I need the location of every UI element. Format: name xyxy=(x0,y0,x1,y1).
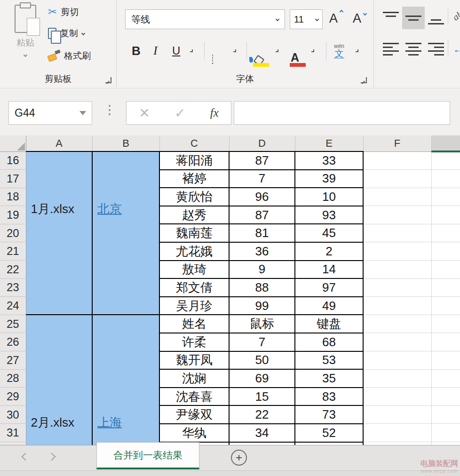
row-header-23[interactable]: 23 xyxy=(0,278,26,297)
cell-f30[interactable] xyxy=(363,405,431,424)
clipboard-dialog-launcher-icon[interactable] xyxy=(105,77,111,83)
align-left-button[interactable] xyxy=(380,38,402,60)
cell-c30[interactable]: 尹缘双 xyxy=(159,405,229,424)
cell-d18[interactable]: 96 xyxy=(229,188,295,206)
format-painter-button[interactable]: 格式刷 xyxy=(48,50,91,62)
row-header-31[interactable]: 31 xyxy=(0,424,26,442)
insert-function-icon[interactable]: fx xyxy=(210,106,219,119)
cell-g26[interactable] xyxy=(431,333,460,351)
cell-e22[interactable]: 14 xyxy=(295,261,363,279)
cancel-icon[interactable]: ✕ xyxy=(139,105,150,121)
decrease-font-button[interactable]: A xyxy=(353,11,361,26)
cell-f17[interactable] xyxy=(363,170,431,188)
cell-f28[interactable] xyxy=(363,369,431,388)
cell-d25[interactable]: 鼠标 xyxy=(229,315,295,333)
font-color-chevron-icon[interactable] xyxy=(311,49,314,52)
cell-c29[interactable]: 沈春喜 xyxy=(159,388,229,406)
cell-f25[interactable] xyxy=(363,315,431,333)
cell-g31[interactable] xyxy=(431,424,460,442)
row-header-21[interactable]: 21 xyxy=(0,242,26,261)
name-box-dropdown-icon[interactable] xyxy=(79,111,86,115)
bold-button[interactable]: B xyxy=(132,44,141,58)
column-header-a[interactable]: A xyxy=(26,135,92,151)
enter-icon[interactable]: ✓ xyxy=(174,105,185,121)
cell-f29[interactable] xyxy=(363,388,431,406)
column-header-c[interactable]: C xyxy=(159,135,229,151)
sheet-tab-active[interactable]: 合并到一表结果 xyxy=(96,442,199,469)
cut-button[interactable]: ✂ 剪切 xyxy=(48,6,79,18)
cell-g27[interactable] xyxy=(431,351,460,370)
cell-d21[interactable]: 36 xyxy=(229,242,295,261)
cell-e29[interactable]: 83 xyxy=(295,388,363,406)
cell-f21[interactable] xyxy=(363,242,431,261)
cell-e26[interactable]: 68 xyxy=(295,333,363,351)
cell-e21[interactable]: 2 xyxy=(295,242,363,261)
row-header-28[interactable]: 28 xyxy=(0,369,26,388)
cell-c24[interactable]: 吴月珍 xyxy=(159,297,229,315)
cell-f19[interactable] xyxy=(363,206,431,224)
row-header-24[interactable]: 24 xyxy=(0,297,26,315)
merged-city-cell[interactable]: 上海 xyxy=(92,315,159,445)
cell-g25[interactable] xyxy=(431,315,460,333)
cell-g29[interactable] xyxy=(431,388,460,406)
cell-c18[interactable]: 黄欣怡 xyxy=(159,188,229,206)
cell-e31[interactable]: 52 xyxy=(295,424,363,442)
cell-e24[interactable]: 49 xyxy=(295,297,363,315)
row-header-19[interactable]: 19 xyxy=(0,206,26,224)
cell-f31[interactable] xyxy=(363,424,431,442)
cell-d22[interactable]: 9 xyxy=(229,261,295,279)
cell-g20[interactable] xyxy=(431,224,460,242)
borders-icon[interactable] xyxy=(212,55,213,64)
row-header-25[interactable]: 25 xyxy=(0,315,26,333)
phonetic-guide-button[interactable]: wén 文 xyxy=(334,43,344,58)
cell-d19[interactable]: 87 xyxy=(229,206,295,224)
orientation-icon[interactable]: ab xyxy=(451,8,460,23)
fill-color-chevron-icon[interactable] xyxy=(276,49,278,52)
city-hyperlink[interactable]: 上海 xyxy=(97,414,122,431)
cell-d17[interactable]: 7 xyxy=(229,170,295,188)
font-size-combobox[interactable]: 11 xyxy=(290,9,323,29)
cell-e28[interactable]: 35 xyxy=(295,369,363,388)
cell-e19[interactable]: 93 xyxy=(295,206,363,224)
merged-file-cell[interactable]: 2月.xlsx xyxy=(26,315,92,445)
cell-g23[interactable] xyxy=(431,278,460,297)
font-size-chevron-icon[interactable] xyxy=(315,17,319,21)
cell-d26[interactable]: 7 xyxy=(229,333,295,351)
name-box[interactable]: G44 xyxy=(8,101,92,125)
font-dialog-launcher-icon[interactable] xyxy=(361,77,367,83)
cell-c22[interactable]: 敖琦 xyxy=(159,261,229,279)
cell-e23[interactable]: 97 xyxy=(295,278,363,297)
increase-font-button[interactable]: A xyxy=(329,11,338,26)
underline-button[interactable]: U xyxy=(172,44,180,57)
cell-c21[interactable]: 尤花娥 xyxy=(159,242,229,261)
column-header-d[interactable]: D xyxy=(229,135,295,151)
cell-g17[interactable] xyxy=(431,170,460,188)
cell-f18[interactable] xyxy=(363,188,431,206)
cell-f23[interactable] xyxy=(363,278,431,297)
underline-dropdown-chevron-icon[interactable] xyxy=(190,49,193,52)
paste-button[interactable]: 粘贴 xyxy=(7,2,44,58)
cell-c26[interactable]: 许柔 xyxy=(159,333,229,351)
column-header-g-selected[interactable] xyxy=(431,135,460,151)
decrease-indent-icon[interactable]: ← xyxy=(453,43,460,56)
cell-c19[interactable]: 赵秀 xyxy=(159,206,229,224)
cell-g24[interactable] xyxy=(431,297,460,315)
cell-e27[interactable]: 53 xyxy=(295,351,363,370)
row-header-27[interactable]: 27 xyxy=(0,351,26,370)
cell-g18[interactable] xyxy=(431,188,460,206)
cell-g16[interactable] xyxy=(431,151,460,170)
font-name-combobox[interactable]: 等线 xyxy=(125,9,285,29)
cell-d31[interactable]: 34 xyxy=(229,424,295,442)
copy-button[interactable]: 复制 xyxy=(48,27,85,40)
cell-d24[interactable]: 99 xyxy=(229,297,295,315)
font-name-chevron-icon[interactable] xyxy=(276,17,279,21)
sheet-nav-next-icon[interactable] xyxy=(48,453,56,461)
align-middle-button[interactable] xyxy=(402,7,425,29)
row-header-30[interactable]: 30 xyxy=(0,405,26,424)
column-header-b[interactable]: B xyxy=(92,135,159,151)
cell-d29[interactable]: 15 xyxy=(229,388,295,406)
cell-d23[interactable]: 88 xyxy=(229,278,295,297)
row-header-26[interactable]: 26 xyxy=(0,333,26,351)
cell-f27[interactable] xyxy=(363,351,431,370)
row-header-22[interactable]: 22 xyxy=(0,261,26,279)
